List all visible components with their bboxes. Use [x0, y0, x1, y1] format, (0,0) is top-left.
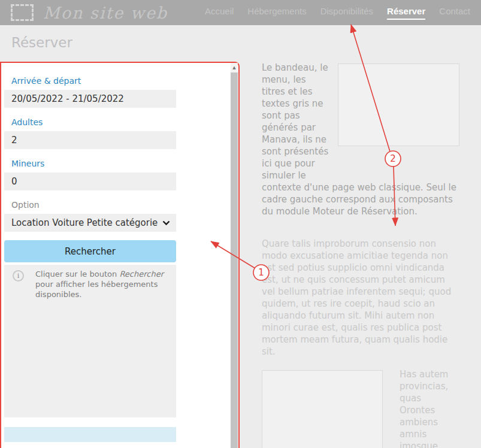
minors-label: Mineurs: [11, 159, 176, 168]
info-box: i Cliquer sur le bouton Rechercher pour …: [4, 265, 176, 417]
image-placeholder-bottom: [262, 370, 383, 448]
navbar: Mon site web Accueil Hébergements Dispon…: [0, 0, 481, 25]
scrollbar-up-icon[interactable]: ▲: [231, 63, 238, 72]
nav-item-accueil[interactable]: Accueil: [205, 6, 234, 20]
booking-panel: Arrivée & départ Adultes Mineurs Option …: [0, 62, 240, 448]
option-label: Option: [11, 200, 176, 210]
arrival-departure-label: Arrivée & départ: [11, 76, 176, 86]
logo-placeholder-icon: [11, 4, 34, 21]
intro-paragraph: Le bandeau, le menu, les titres et les t…: [262, 62, 459, 217]
nav-item-reserver[interactable]: Réserver: [387, 6, 425, 20]
info-note: Cliquer sur le bouton Rechercher pour af…: [35, 269, 171, 299]
info-icon: i: [13, 270, 24, 281]
adults-label: Adultes: [11, 117, 176, 127]
date-range-input[interactable]: [4, 90, 176, 108]
chevron-down-icon: [162, 220, 170, 226]
brand-title: Mon site web: [43, 4, 168, 22]
lorem-paragraph-2: Has autem provincias, quas Orontes ambie…: [262, 368, 459, 448]
nav-item-hebergements[interactable]: Hébergements: [247, 6, 306, 20]
main-menu: Accueil Hébergements Disponibilités Rése…: [205, 6, 470, 20]
info-note-prefix: Cliquer sur le bouton: [35, 270, 119, 279]
search-button[interactable]: Rechercher: [4, 240, 176, 262]
info-note-emphasis: Rechercher: [119, 270, 164, 279]
info-note-suffix: pour afficher les hébergements disponibl…: [35, 280, 158, 299]
nav-item-disponibilites[interactable]: Disponibilités: [320, 6, 373, 20]
image-placeholder-top: [338, 63, 459, 146]
option-select-value: Location Voiture Petite catégorie: [11, 217, 158, 228]
lorem-paragraph: Quare talis improborum consensio non mod…: [262, 238, 459, 358]
option-select[interactable]: Location Voiture Petite catégorie: [4, 214, 176, 232]
panel-scrollbar[interactable]: ▲: [231, 63, 238, 448]
adults-input[interactable]: [4, 131, 176, 149]
panel-bottom-blue-bar: [4, 427, 176, 442]
scrollbar-thumb[interactable]: [231, 72, 238, 448]
demo-content: Le bandeau, le menu, les titres et les t…: [262, 62, 459, 448]
page-title: Réserver: [11, 35, 72, 50]
minors-input[interactable]: [4, 172, 176, 190]
nav-item-contact[interactable]: Contact: [439, 6, 470, 20]
